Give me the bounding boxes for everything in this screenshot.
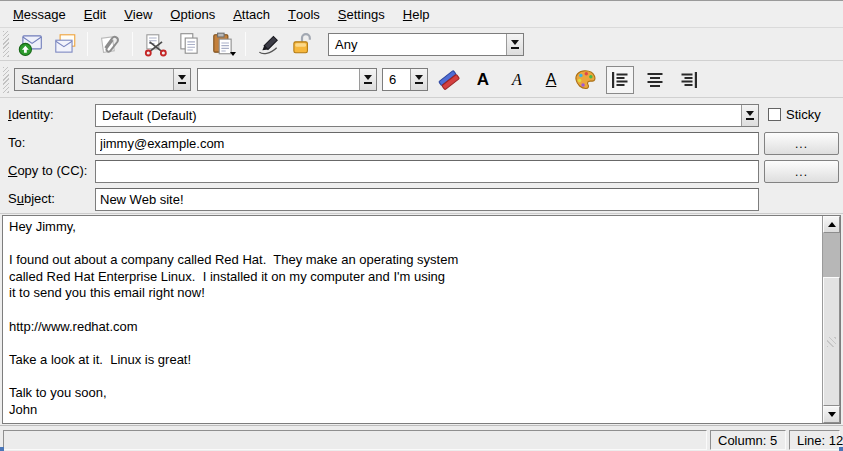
priority-combobox[interactable]: Any bbox=[328, 33, 524, 56]
font-size-combobox[interactable]: 6 bbox=[382, 68, 428, 91]
menu-settings[interactable]: Settings bbox=[329, 2, 394, 27]
window-corner-decoration bbox=[839, 447, 843, 451]
toolbar-separator bbox=[87, 32, 88, 56]
toolbar-separator bbox=[132, 32, 133, 56]
identity-value: Default (Default) bbox=[96, 105, 741, 126]
message-body-text[interactable]: Hey Jimmy, I found out about a company c… bbox=[3, 216, 821, 423]
menu-attach[interactable]: Attach bbox=[224, 2, 279, 27]
to-addressbook-button[interactable]: ... bbox=[764, 132, 839, 155]
menu-options[interactable]: Options bbox=[161, 2, 224, 27]
status-column-indicator: Column: 5 bbox=[710, 430, 786, 450]
copy-button[interactable] bbox=[175, 30, 203, 58]
to-input[interactable] bbox=[95, 132, 759, 155]
status-line-indicator: Line: 12 bbox=[789, 430, 840, 450]
align-center-icon bbox=[644, 69, 666, 91]
copy-icon bbox=[176, 31, 202, 57]
chevron-down-icon[interactable] bbox=[410, 69, 427, 90]
paste-button[interactable] bbox=[209, 30, 237, 58]
eraser-icon bbox=[436, 67, 462, 93]
font-combobox[interactable] bbox=[197, 68, 377, 91]
to-label: To: bbox=[8, 135, 25, 150]
chevron-down-icon[interactable] bbox=[359, 69, 376, 90]
sign-message-button[interactable] bbox=[254, 30, 282, 58]
editor-scrollbar bbox=[822, 216, 840, 423]
mail-composer-window: Message Edit View Options Attach Tools S… bbox=[0, 0, 843, 451]
arrow-down-icon bbox=[828, 412, 836, 417]
status-message-panel bbox=[3, 430, 707, 450]
cut-button[interactable] bbox=[141, 30, 169, 58]
sticky-label: Sticky bbox=[786, 107, 821, 122]
underline-icon: A bbox=[546, 71, 557, 89]
send-mail-icon bbox=[18, 31, 44, 57]
menu-edit[interactable]: Edit bbox=[75, 2, 115, 27]
italic-button[interactable]: A bbox=[504, 67, 530, 93]
cut-icon bbox=[142, 31, 168, 57]
align-right-icon bbox=[678, 69, 700, 91]
queue-mail-icon bbox=[52, 31, 78, 57]
to-row: To: ... bbox=[0, 132, 843, 155]
align-left-icon bbox=[609, 69, 631, 91]
italic-icon: A bbox=[512, 71, 522, 89]
bold-button[interactable]: A bbox=[470, 67, 496, 93]
arrow-up-icon bbox=[828, 222, 836, 227]
paste-dropdown-arrow-icon[interactable] bbox=[230, 52, 236, 56]
paperclip-icon bbox=[97, 31, 123, 57]
text-color-button[interactable] bbox=[572, 67, 598, 93]
send-mail-button[interactable] bbox=[17, 30, 45, 58]
identity-row: Identity: Default (Default) Sticky bbox=[0, 104, 843, 127]
underline-button[interactable]: A bbox=[538, 67, 564, 93]
bold-icon: A bbox=[477, 70, 489, 90]
cc-row: Copy to (CC): ... bbox=[0, 160, 843, 183]
toolbar-drag-handle[interactable] bbox=[3, 31, 9, 57]
cc-input[interactable] bbox=[95, 160, 759, 183]
identity-combobox[interactable]: Default (Default) bbox=[95, 104, 759, 127]
message-headers: Identity: Default (Default) Sticky To: .… bbox=[0, 99, 843, 214]
open-padlock-icon bbox=[289, 31, 315, 57]
window-corner-decoration bbox=[0, 447, 4, 451]
cc-label: Copy to (CC): bbox=[8, 163, 87, 178]
scroll-down-button[interactable] bbox=[823, 406, 840, 423]
identity-label: Identity: bbox=[8, 107, 54, 122]
align-left-button[interactable] bbox=[606, 66, 634, 94]
clear-formatting-button[interactable] bbox=[436, 67, 462, 93]
cc-addressbook-button[interactable]: ... bbox=[764, 160, 839, 183]
encrypt-message-button[interactable] bbox=[288, 30, 316, 58]
sticky-checkbox[interactable] bbox=[768, 108, 781, 121]
attach-file-button[interactable] bbox=[96, 30, 124, 58]
paragraph-style-combobox[interactable]: Standard bbox=[14, 68, 191, 91]
subject-label: Subject: bbox=[8, 191, 55, 206]
queue-mail-button[interactable] bbox=[51, 30, 79, 58]
chevron-down-icon[interactable] bbox=[506, 34, 523, 55]
palette-icon bbox=[572, 67, 598, 93]
message-body-editor: Hey Jimmy, I found out about a company c… bbox=[2, 215, 841, 424]
format-toolbar: Standard 6 A A A bbox=[0, 62, 843, 98]
font-value bbox=[198, 69, 359, 90]
align-right-button[interactable] bbox=[676, 67, 702, 93]
statusbar: Column: 5 Line: 12 bbox=[0, 425, 843, 451]
chevron-down-icon[interactable] bbox=[741, 105, 758, 126]
style-value: Standard bbox=[15, 69, 173, 90]
priority-value: Any bbox=[329, 34, 506, 55]
align-center-button[interactable] bbox=[642, 67, 668, 93]
menu-message[interactable]: Message bbox=[4, 2, 75, 27]
sticky-option: Sticky bbox=[768, 107, 821, 122]
chevron-down-icon[interactable] bbox=[173, 69, 190, 90]
toolbar-drag-handle[interactable] bbox=[3, 67, 9, 93]
main-toolbar: Any bbox=[0, 28, 843, 61]
menu-help[interactable]: Help bbox=[394, 2, 439, 27]
menubar: Message Edit View Options Attach Tools S… bbox=[0, 2, 843, 28]
font-size-value: 6 bbox=[383, 69, 410, 90]
menu-tools[interactable]: Tools bbox=[279, 2, 329, 27]
scrollbar-thumb[interactable] bbox=[823, 277, 840, 406]
subject-input[interactable] bbox=[95, 188, 759, 211]
pen-icon bbox=[255, 31, 281, 57]
subject-row: Subject: bbox=[0, 188, 843, 211]
scroll-up-button[interactable] bbox=[823, 216, 840, 233]
menu-view[interactable]: View bbox=[115, 2, 161, 27]
toolbar-separator bbox=[245, 32, 246, 56]
